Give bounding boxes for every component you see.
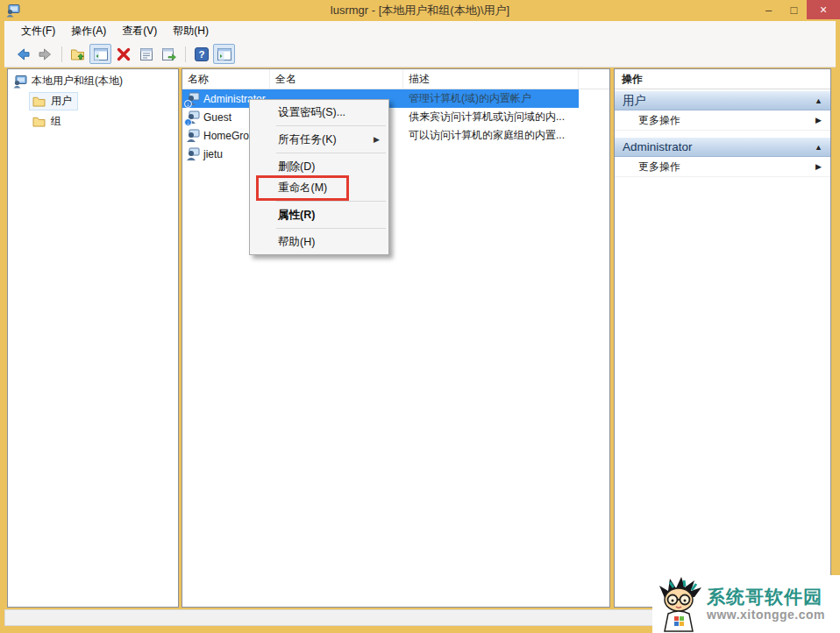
actions-section-administrator[interactable]: Administrator ▲ xyxy=(615,137,830,157)
user-icon xyxy=(186,147,200,161)
disabled-badge-icon: ↓ xyxy=(184,118,192,126)
context-menu: 设置密码(S)... 所有任务(K) ▶ 删除(D) 重命名(M) 属性(R) … xyxy=(249,99,389,255)
up-level-button[interactable] xyxy=(67,44,89,64)
user-description: 可以访问计算机的家庭组的内置... xyxy=(403,126,579,145)
menu-separator xyxy=(276,153,386,153)
user-icon: ↓ xyxy=(186,92,200,106)
menu-item-properties[interactable]: 属性(R) xyxy=(250,204,388,225)
actions-section-users[interactable]: 用户 ▲ xyxy=(615,90,830,110)
section-gap xyxy=(615,131,830,136)
user-description: 供来宾访问计算机或访问域的内... xyxy=(403,108,579,126)
delete-button[interactable] xyxy=(112,44,134,64)
console-tree-pane: 本地用户和组(本地) 用户 组 xyxy=(7,68,179,608)
rename-annotation-box xyxy=(256,175,349,201)
menu-item-label: 所有任务(K) xyxy=(278,133,337,146)
user-name: Guest xyxy=(203,111,231,124)
action-pane-toggle-icon xyxy=(217,46,232,62)
tree-item-groups[interactable]: 组 xyxy=(29,112,68,131)
submenu-arrow-icon: ▶ xyxy=(374,129,380,150)
up-level-folder-icon xyxy=(70,46,86,62)
menu-item-help[interactable]: 帮助(H) xyxy=(250,231,388,252)
menu-action[interactable]: 操作(A) xyxy=(63,22,114,40)
toolbar-separator xyxy=(185,46,186,62)
menu-item-all-tasks[interactable]: 所有任务(K) ▶ xyxy=(250,129,388,150)
menu-item-set-password[interactable]: 设置密码(S)... xyxy=(250,102,388,123)
expand-right-icon: ▶ xyxy=(815,116,822,124)
menu-view[interactable]: 查看(V) xyxy=(114,22,165,40)
more-actions-label: 更多操作 xyxy=(638,113,680,128)
list-header: 名称 全名 描述 xyxy=(182,69,609,89)
user-description: 管理计算机(域)的内置帐户 xyxy=(403,89,579,108)
tree-item-label: 用户 xyxy=(51,94,72,109)
column-header-name[interactable]: 名称 xyxy=(182,69,270,89)
properties-icon xyxy=(139,46,154,62)
window-title: lusrmgr - [本地用户和组(本地)\用户] xyxy=(0,3,840,18)
minimize-button[interactable]: – xyxy=(756,0,781,19)
toolbar-separator xyxy=(61,46,62,62)
console-tree-toggle-button[interactable] xyxy=(89,44,111,64)
help-button[interactable]: ? xyxy=(190,44,212,64)
more-actions-users[interactable]: 更多操作 ▶ xyxy=(615,110,830,131)
user-list-pane: 名称 全名 描述 ↓ Administrator 管理计算机(域)的内置帐户 ↓… xyxy=(182,68,610,608)
collapse-icon[interactable]: ▲ xyxy=(815,143,822,152)
watermark-site-name: 系统哥软件园 xyxy=(707,587,825,608)
properties-button[interactable] xyxy=(135,44,157,64)
menu-separator xyxy=(276,125,386,126)
menu-separator xyxy=(276,228,386,229)
tree-item-users[interactable]: 用户 xyxy=(29,92,78,110)
collapse-icon[interactable]: ▲ xyxy=(815,96,822,105)
svg-text:?: ? xyxy=(198,49,204,60)
actions-pane-title: 操作 xyxy=(615,69,830,89)
back-icon xyxy=(15,46,31,62)
maximize-button[interactable]: □ xyxy=(781,0,807,19)
disabled-badge-icon: ↓ xyxy=(184,100,192,108)
user-icon xyxy=(186,129,200,143)
title-bar: lusrmgr - [本地用户和组(本地)\用户] – □ × xyxy=(0,0,840,21)
toolbar: ? xyxy=(4,41,836,68)
user-description xyxy=(403,145,579,163)
back-button[interactable] xyxy=(11,44,33,64)
action-pane-toggle-button[interactable] xyxy=(213,44,235,64)
forward-icon xyxy=(38,46,53,62)
menu-separator xyxy=(276,201,386,202)
section-header-label: Administrator xyxy=(623,140,693,153)
actions-pane: 操作 用户 ▲ 更多操作 ▶ Administrator ▲ 更多操作 ▶ xyxy=(614,68,831,608)
menu-help[interactable]: 帮助(H) xyxy=(165,22,217,40)
menu-file[interactable]: 文件(F) xyxy=(13,22,63,40)
watermark-url: www.xitongge.com xyxy=(707,608,825,622)
tree-item-local-users-groups[interactable]: 本地用户和组(本地) xyxy=(8,69,178,90)
column-header-fullname[interactable]: 全名 xyxy=(270,69,403,89)
app-icon xyxy=(6,4,20,18)
folder-icon xyxy=(32,96,46,107)
mascot-icon xyxy=(652,575,707,633)
close-button[interactable]: × xyxy=(807,0,840,19)
more-actions-administrator[interactable]: 更多操作 ▶ xyxy=(615,157,830,177)
delete-icon xyxy=(116,46,132,62)
tree-item-label: 组 xyxy=(51,114,61,129)
menu-item-delete[interactable]: 删除(D) xyxy=(250,156,388,177)
forward-button[interactable] xyxy=(34,44,56,64)
expand-right-icon: ▶ xyxy=(815,162,822,171)
user-name: HomeGro xyxy=(203,130,249,142)
column-header-description[interactable]: 描述 xyxy=(403,69,579,89)
console-tree-toggle-icon xyxy=(93,46,109,62)
section-header-label: 用户 xyxy=(623,93,646,109)
menu-bar: 文件(F) 操作(A) 查看(V) 帮助(H) xyxy=(4,21,836,41)
watermark: 系统哥软件园 www.xitongge.com xyxy=(652,575,840,633)
user-name: jietu xyxy=(203,148,223,160)
folder-icon xyxy=(32,116,46,127)
computer-users-icon xyxy=(13,75,27,89)
help-icon: ? xyxy=(194,46,210,62)
export-list-button[interactable] xyxy=(158,44,180,64)
user-icon: ↓ xyxy=(186,110,200,124)
export-list-icon xyxy=(161,46,177,62)
more-actions-label: 更多操作 xyxy=(638,160,680,174)
tree-root-label: 本地用户和组(本地) xyxy=(32,74,123,89)
